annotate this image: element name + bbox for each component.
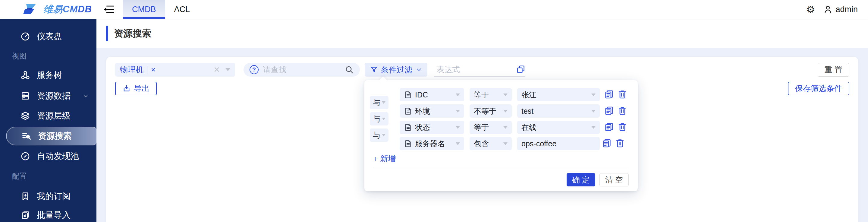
attribute-doc-icon bbox=[404, 107, 412, 115]
search-box[interactable] bbox=[244, 63, 360, 77]
operator-label: 不等于 bbox=[474, 106, 496, 116]
sidebar-section-views: 视图 bbox=[12, 51, 27, 61]
duplicate-row-icon[interactable] bbox=[604, 122, 614, 132]
search-icon[interactable] bbox=[345, 65, 354, 74]
resource-data-icon bbox=[21, 91, 30, 101]
tab-acl[interactable]: ACL bbox=[165, 0, 199, 19]
value-label: 张江 bbox=[521, 90, 536, 100]
delete-row-icon[interactable] bbox=[618, 106, 627, 115]
operator-label: 等于 bbox=[474, 90, 489, 100]
duplicate-row-icon[interactable] bbox=[602, 138, 612, 148]
condition-row: 服务器名 包含 bbox=[364, 137, 638, 150]
sidebar-item-resource-levels[interactable]: 资源层级 bbox=[0, 109, 96, 123]
value-input-wrap bbox=[517, 137, 600, 150]
caret-down-icon bbox=[503, 93, 507, 96]
dashboard-icon bbox=[21, 32, 30, 41]
caret-down-icon bbox=[591, 93, 595, 96]
attribute-doc-icon bbox=[404, 123, 412, 132]
field-select[interactable]: IDC bbox=[400, 88, 464, 101]
caret-down-icon bbox=[456, 110, 460, 112]
export-button[interactable]: 导出 bbox=[115, 82, 157, 95]
caret-down-icon bbox=[456, 93, 460, 96]
caret-down-icon bbox=[591, 110, 595, 112]
delete-row-icon[interactable] bbox=[615, 138, 625, 148]
ci-type-tag-label: 物理机 bbox=[120, 64, 144, 75]
caret-down-icon bbox=[503, 126, 507, 129]
copy-icon[interactable] bbox=[516, 65, 525, 74]
delete-row-icon[interactable] bbox=[618, 122, 627, 132]
caret-down-icon bbox=[591, 126, 595, 129]
sidebar-item-my-subscriptions[interactable]: 我的订阅 bbox=[0, 189, 96, 203]
field-label: 环境 bbox=[415, 106, 430, 116]
value-input[interactable] bbox=[521, 139, 595, 148]
tag-close-icon[interactable]: × bbox=[151, 66, 156, 74]
duplicate-row-icon[interactable] bbox=[604, 106, 614, 115]
layers-icon bbox=[21, 111, 30, 121]
logo-title: 维易CMDB bbox=[43, 3, 92, 16]
download-icon bbox=[122, 84, 131, 92]
add-condition-link[interactable]: + 新增 bbox=[373, 154, 396, 164]
search-input[interactable] bbox=[263, 65, 345, 75]
save-filter-button[interactable]: 保存筛选条件 bbox=[788, 82, 849, 95]
attribute-doc-icon bbox=[404, 140, 412, 148]
sidebar-item-label: 自动发现池 bbox=[37, 150, 79, 162]
value-label: 在线 bbox=[521, 122, 536, 132]
duplicate-row-icon[interactable] bbox=[604, 90, 614, 99]
user-icon bbox=[824, 5, 832, 14]
sidebar-item-resource-data[interactable]: 资源数据 bbox=[0, 89, 96, 103]
sidebar-item-label: 服务树 bbox=[37, 70, 62, 81]
sidebar-item-label: 资源层级 bbox=[37, 110, 70, 121]
operator-select[interactable]: 等于 bbox=[470, 121, 512, 134]
field-select[interactable]: 服务器名 bbox=[400, 137, 464, 150]
sidebar-item-dashboard[interactable]: 仪表盘 bbox=[0, 30, 96, 44]
compass-icon bbox=[21, 151, 30, 161]
funnel-icon bbox=[370, 66, 378, 74]
page-title-bar: 资源搜索 bbox=[96, 19, 868, 48]
caret-down-icon bbox=[503, 110, 507, 112]
sidebar-item-service-tree[interactable]: 服务树 bbox=[0, 68, 96, 82]
sidebar-section-config: 配置 bbox=[12, 171, 27, 181]
export-label: 导出 bbox=[134, 83, 150, 94]
operator-select[interactable]: 等于 bbox=[470, 88, 512, 101]
clear-button[interactable]: 清 空 bbox=[599, 173, 629, 187]
user-menu[interactable]: admin bbox=[824, 5, 858, 14]
question-circle-icon[interactable] bbox=[250, 65, 258, 74]
caret-down-icon bbox=[456, 142, 460, 145]
expression-field[interactable] bbox=[434, 63, 525, 77]
popover-footer: 确 定 清 空 bbox=[567, 173, 629, 187]
condition-row: IDC 等于 张江 bbox=[364, 88, 638, 101]
sidebar-item-batch-import[interactable]: 批量导入 bbox=[0, 208, 96, 222]
service-tree-icon bbox=[21, 70, 30, 80]
field-select[interactable]: 状态 bbox=[400, 121, 464, 134]
attribute-doc-icon bbox=[404, 91, 412, 99]
select-clear-icon[interactable]: ✕ bbox=[213, 66, 220, 74]
title-accent-bar bbox=[106, 26, 108, 41]
sidebar-item-autodiscovery-pool[interactable]: 自动发现池 bbox=[0, 149, 96, 163]
menu-fold-icon[interactable] bbox=[104, 4, 114, 14]
logo[interactable]: 维易CMDB bbox=[21, 0, 92, 19]
confirm-button[interactable]: 确 定 bbox=[567, 173, 595, 187]
gear-icon[interactable]: ⚙ bbox=[806, 4, 815, 15]
ci-type-select[interactable]: 物理机 × ✕ bbox=[115, 63, 235, 77]
field-select[interactable]: 环境 bbox=[400, 104, 464, 118]
condition-row: 状态 等于 在线 bbox=[364, 121, 638, 134]
reset-button[interactable]: 重 置 bbox=[818, 63, 849, 77]
delete-row-icon[interactable] bbox=[618, 90, 627, 99]
expression-input[interactable] bbox=[436, 65, 516, 74]
header-right: ⚙ admin bbox=[806, 0, 858, 19]
caret-down-icon bbox=[503, 142, 507, 145]
value-select[interactable]: test bbox=[517, 104, 600, 118]
operator-select[interactable]: 包含 bbox=[470, 137, 512, 150]
value-select[interactable]: 在线 bbox=[517, 121, 600, 134]
operator-label: 包含 bbox=[474, 139, 489, 149]
condition-row: 环境 不等于 test bbox=[364, 104, 638, 118]
caret-down-icon bbox=[382, 101, 385, 104]
tab-cmdb[interactable]: CMDB bbox=[123, 0, 165, 19]
condition-filter-button[interactable]: 条件过滤 bbox=[365, 63, 427, 77]
chevron-down-icon bbox=[83, 93, 89, 99]
field-label: 状态 bbox=[415, 122, 430, 132]
operator-select[interactable]: 不等于 bbox=[470, 104, 512, 118]
sidebar-item-resource-search[interactable]: 资源搜索 bbox=[6, 127, 96, 145]
page-title: 资源搜索 bbox=[114, 27, 151, 40]
value-select[interactable]: 张江 bbox=[517, 88, 600, 101]
